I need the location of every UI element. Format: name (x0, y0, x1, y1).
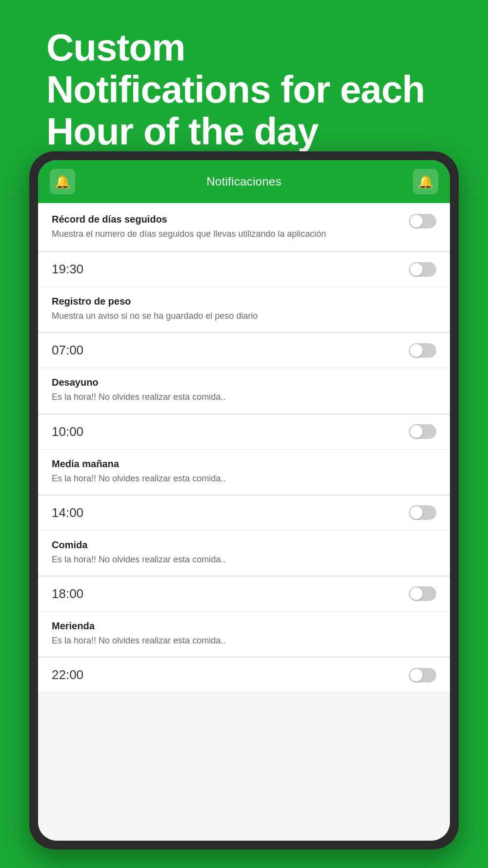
time-row-1400: 14:00 (38, 496, 450, 531)
record-dias-desc: Muestra el numero de días seguidos que l… (52, 228, 399, 240)
header-left-bell-icon[interactable]: 🔔 (50, 169, 75, 194)
desayuno-section: Desayuno Es la hora!! No olvides realiza… (38, 368, 450, 414)
time-1400: 14:00 (52, 505, 83, 520)
media-manana-section: Media mañana Es la hora!! No olvides rea… (38, 450, 450, 496)
bell-icon-left: 🔔 (55, 174, 70, 189)
merienda-section: Merienda Es la hora!! No olvides realiza… (38, 612, 450, 658)
hero-line2: Notifications for each (46, 69, 425, 111)
toggle-1400[interactable] (409, 505, 436, 520)
comida-desc: Es la hora!! No olvides realizar esta co… (52, 554, 436, 566)
record-dias-title: Récord de días seguidos (52, 214, 399, 225)
merienda-title: Merienda (52, 620, 436, 632)
record-dias-toggle[interactable] (409, 214, 436, 228)
toggle-2200[interactable] (409, 668, 436, 682)
scroll-content[interactable]: Récord de días seguidos Muestra el numer… (38, 203, 450, 841)
toggle-0700[interactable] (409, 343, 436, 358)
registro-peso-section: Registro de peso Muestra un aviso si no … (38, 287, 450, 333)
toggle-1000[interactable] (409, 424, 436, 439)
hero-text-block: Custom Notifications for each Hour of th… (46, 27, 425, 152)
app-header: 🔔 Notificaciones 🔔 (38, 160, 450, 203)
desayuno-title: Desayuno (52, 377, 436, 388)
header-title: Notificaciones (206, 175, 282, 188)
merienda-desc: Es la hora!! No olvides realizar esta co… (52, 635, 436, 647)
phone-screen: 🔔 Notificaciones 🔔 Récord de días seguid… (38, 160, 450, 841)
time-1800: 18:00 (52, 586, 83, 601)
comida-section: Comida Es la hora!! No olvides realizar … (38, 531, 450, 577)
media-manana-title: Media mañana (52, 458, 436, 470)
time-row-1800: 18:00 (38, 577, 450, 612)
time-2200: 22:00 (52, 667, 83, 682)
media-manana-desc: Es la hora!! No olvides realizar esta co… (52, 473, 436, 485)
time-row-0700: 07:00 (38, 333, 450, 368)
time-row-1000: 10:00 (38, 414, 450, 450)
registro-peso-title: Registro de peso (52, 296, 436, 307)
registro-peso-desc: Muestra un aviso si no se ha guardado el… (52, 310, 436, 322)
time-row-2200: 22:00 (38, 658, 450, 693)
header-right-bell-icon[interactable]: 🔔 (413, 169, 438, 194)
phone-mockup: 🔔 Notificaciones 🔔 Récord de días seguid… (29, 151, 459, 849)
record-dias-text: Récord de días seguidos Muestra el numer… (52, 214, 399, 240)
time-0700: 07:00 (52, 343, 83, 358)
desayuno-desc: Es la hora!! No olvides realizar esta co… (52, 391, 436, 403)
time-1000: 10:00 (52, 424, 83, 439)
bell-icon-right: 🔔 (418, 174, 433, 189)
time-row-1930: 19:30 (38, 252, 450, 287)
record-dias-section: Récord de días seguidos Muestra el numer… (38, 203, 450, 252)
hero-line1: Custom (46, 27, 425, 69)
hero-line3: Hour of the day (46, 111, 425, 153)
time-1930: 19:30 (52, 262, 83, 277)
toggle-1800[interactable] (409, 586, 436, 601)
toggle-1930[interactable] (409, 262, 436, 277)
comida-title: Comida (52, 539, 436, 551)
